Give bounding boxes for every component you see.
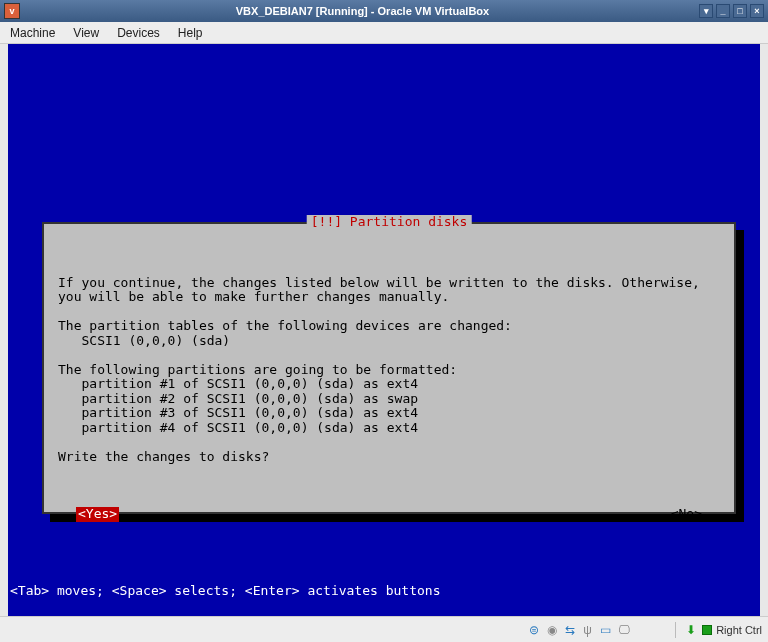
menu-devices[interactable]: Devices [117,26,160,40]
dialog-question: Write the changes to disks? [58,449,269,464]
network-icon[interactable]: ⇆ [562,622,577,637]
partition-dialog: [!!] Partition disks If you continue, th… [42,222,736,514]
no-option[interactable]: <No> [671,507,702,522]
usb-icon[interactable]: ψ [580,622,595,637]
vm-console[interactable]: [!!] Partition disks If you continue, th… [8,44,760,616]
dialog-intro: If you continue, the changes listed belo… [58,275,708,305]
display-icon[interactable]: 🖵 [616,622,631,637]
menu-view[interactable]: View [73,26,99,40]
show-desktop-button[interactable]: ▾ [699,4,713,18]
optical-disk-icon[interactable]: ◉ [544,622,559,637]
dialog-title: [!!] Partition disks [307,215,472,230]
status-icons: ⊜ ◉ ⇆ ψ ▭ 🖵 [526,622,631,637]
format-item-3: partition #4 of SCSI1 (0,0,0) (sda) as e… [58,420,418,435]
window-title: VBX_DEBIAN7 [Running] - Oracle VM Virtua… [26,5,699,17]
app-icon: v [4,3,20,19]
window-titlebar: v VBX_DEBIAN7 [Running] - Oracle VM Virt… [0,0,768,22]
menu-machine[interactable]: Machine [10,26,55,40]
yes-option[interactable]: <Yes> [76,507,119,522]
host-key-led-icon [702,625,712,635]
format-item-2: partition #3 of SCSI1 (0,0,0) (sda) as e… [58,405,418,420]
format-header: The following partitions are going to be… [58,362,457,377]
dialog-body: If you continue, the changes listed belo… [58,276,720,465]
mouse-integration-icon: ⬇ [683,622,698,637]
format-item-0: partition #1 of SCSI1 (0,0,0) (sda) as e… [58,376,418,391]
menu-help[interactable]: Help [178,26,203,40]
shared-folders-icon[interactable]: ▭ [598,622,613,637]
menubar: Machine View Devices Help [0,22,768,44]
statusbar: ⊜ ◉ ⇆ ψ ▭ 🖵 ⬇ Right Ctrl [0,616,768,642]
navigation-hint: <Tab> moves; <Space> selects; <Enter> ac… [8,584,440,599]
minimize-button[interactable]: _ [716,4,730,18]
separator [675,622,676,638]
close-button[interactable]: × [750,4,764,18]
hard-disk-icon[interactable]: ⊜ [526,622,541,637]
host-key-indicator[interactable]: ⬇ Right Ctrl [683,622,762,637]
tables-header: The partition tables of the following de… [58,318,512,333]
window-controls: ▾ _ □ × [699,4,764,18]
format-item-1: partition #2 of SCSI1 (0,0,0) (sda) as s… [58,391,418,406]
tables-item: SCSI1 (0,0,0) (sda) [58,333,230,348]
maximize-button[interactable]: □ [733,4,747,18]
host-key-label: Right Ctrl [716,624,762,636]
dialog-options: <Yes> <No> [58,507,720,522]
